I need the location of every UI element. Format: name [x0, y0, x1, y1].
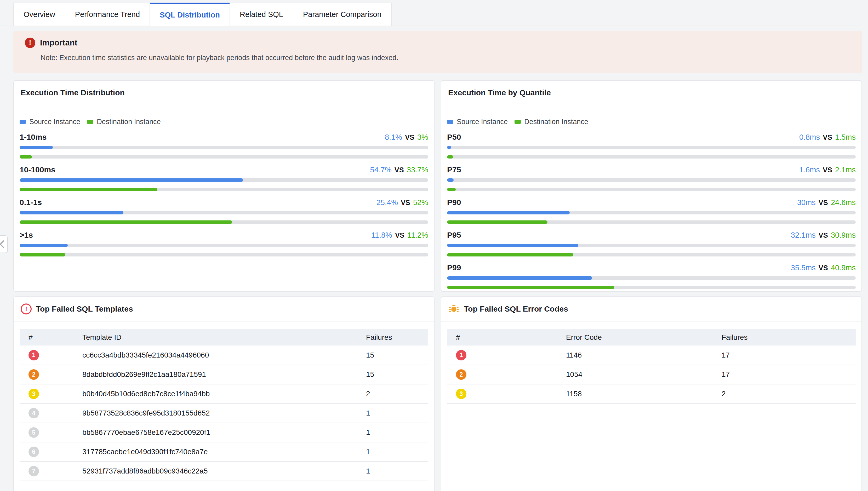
destination-bar-track: [447, 221, 856, 224]
source-bar-track: [447, 276, 856, 280]
error-code-column-header: Error Code: [566, 329, 722, 346]
chart-legend: Source Instance Destination Instance: [20, 118, 428, 126]
source-bar: [447, 244, 578, 247]
source-bar: [447, 146, 451, 149]
table-header-row: # Template ID Failures: [20, 329, 428, 346]
rank-badge: 5: [28, 427, 39, 438]
destination-bar: [20, 221, 232, 224]
chevron-left-icon: [0, 240, 5, 249]
bucket-values: 54.7% VS 33.7%: [370, 166, 429, 174]
destination-bar-track: [447, 188, 856, 191]
quantile-values: 30ms VS 24.6ms: [797, 198, 856, 207]
tab[interactable]: Performance Trend: [65, 3, 150, 26]
table-row[interactable]: 1 1146 17: [447, 346, 856, 365]
source-bar: [447, 276, 592, 280]
failures-column-header: Failures: [722, 329, 856, 346]
rank-badge: 6: [28, 446, 39, 457]
table-row[interactable]: 1 cc6cc3a4bdb33345fe216034a4496060 15: [20, 346, 428, 365]
tab[interactable]: Overview: [13, 3, 65, 26]
execution-time-distribution-panel: Execution Time Distribution Source Insta…: [13, 80, 435, 292]
table-row[interactable]: 6 317785caebe1e049d390f1fc740e8a7e 1: [20, 442, 428, 461]
alert-title: Important: [40, 38, 77, 48]
failures-cell: 1: [366, 404, 428, 423]
top-panels-row: Execution Time Distribution Source Insta…: [13, 80, 862, 292]
bug-icon: [448, 303, 460, 315]
failures-column-header: Failures: [366, 329, 428, 346]
source-value: 11.8%: [371, 231, 392, 239]
destination-bar-track: [20, 221, 428, 224]
error-code-cell: 1054: [566, 365, 722, 384]
quantile-row: P50 0.8ms VS 1.5ms: [447, 132, 856, 158]
bucket-values: 8.1% VS 3%: [385, 133, 428, 142]
source-value: 25.4%: [377, 198, 398, 207]
execution-time-quantile-panel: Execution Time by Quantile Source Instan…: [441, 80, 862, 292]
source-bar: [20, 146, 53, 149]
rank-column-header: #: [20, 329, 82, 346]
destination-value: 40.9ms: [831, 263, 856, 272]
rank-badge: 1: [456, 350, 466, 360]
bucket-label: 10-100ms: [20, 165, 55, 174]
table-row[interactable]: 3 1158 2: [447, 384, 856, 404]
table-row[interactable]: 7 52931f737add8f86adbb09c9346c22a5 1: [20, 461, 428, 481]
tab[interactable]: Related SQL: [229, 3, 293, 26]
table-row[interactable]: 2 1054 17: [447, 365, 856, 384]
error-code-cell: 1158: [566, 384, 722, 404]
source-value: 0.8ms: [799, 133, 820, 142]
source-legend-label: Source Instance: [29, 118, 80, 126]
source-value: 30ms: [797, 198, 816, 207]
destination-bar: [447, 253, 573, 257]
template-id-cell: 8dabdbfdd0b269e9ff2c1aa180a71591: [82, 365, 366, 384]
bucket-values: 25.4% VS 52%: [377, 198, 428, 207]
table-row[interactable]: 5 bb5867770ebae6758e167e25c00920f1 1: [20, 423, 428, 442]
error-circle-icon: !: [21, 304, 32, 314]
failures-cell: 1: [366, 442, 428, 461]
source-bar-track: [20, 178, 428, 182]
table-row[interactable]: 2 8dabdbfdd0b269e9ff2c1aa180a71591 15: [20, 365, 428, 384]
tab-label: Parameter Comparison: [303, 10, 381, 19]
failed-templates-table: # Template ID Failures 1 cc6cc3a4bdb3334…: [20, 329, 428, 481]
destination-bar: [447, 221, 547, 224]
chart-legend: Source Instance Destination Instance: [447, 118, 856, 126]
destination-legend-swatch: [515, 120, 521, 124]
source-value: 8.1%: [385, 133, 402, 142]
tab-label: Overview: [24, 10, 55, 19]
quantile-row: P99 35.5ms VS 40.9ms: [447, 263, 856, 289]
quantile-label: P75: [447, 165, 461, 174]
vs-label: VS: [819, 199, 828, 207]
rank-badge: 4: [28, 408, 39, 418]
table-row[interactable]: 4 9b58773528c836c9fe95d3180155d652 1: [20, 404, 428, 423]
source-bar-track: [447, 244, 856, 247]
vs-label: VS: [395, 166, 404, 174]
top-failed-sql-error-codes-panel: Top Failed SQL Error Codes # Error Code …: [441, 296, 862, 491]
collapse-sidebar-button[interactable]: [0, 235, 8, 253]
destination-value: 33.7%: [407, 166, 428, 174]
source-legend-swatch: [20, 120, 26, 124]
failures-cell: 15: [366, 365, 428, 384]
destination-value: 30.9ms: [831, 231, 856, 239]
vs-label: VS: [819, 264, 828, 272]
vs-label: VS: [405, 134, 414, 142]
tab[interactable]: SQL Distribution: [150, 3, 230, 26]
vs-label: VS: [819, 231, 828, 239]
vs-label: VS: [823, 134, 832, 142]
template-id-cell: 9b58773528c836c9fe95d3180155d652: [82, 404, 366, 423]
quantile-label: P90: [447, 198, 461, 207]
source-value: 32.1ms: [791, 231, 816, 239]
tab-label: Performance Trend: [75, 10, 140, 19]
tab[interactable]: Parameter Comparison: [293, 3, 391, 26]
failed-error-codes-table: # Error Code Failures 1 1146 17 2 1054: [447, 329, 856, 404]
template-id-cell: b0b40d45b10d6ed8eb7c8ce1f4ba94bb: [82, 384, 366, 404]
panel-title: Execution Time Distribution: [21, 88, 125, 97]
destination-value: 3%: [417, 133, 428, 142]
bucket-label: >1s: [20, 231, 33, 239]
destination-bar-track: [20, 253, 428, 257]
destination-value: 1.5ms: [835, 133, 856, 142]
table-row[interactable]: 3 b0b40d45b10d6ed8eb7c8ce1f4ba94bb 2: [20, 384, 428, 404]
destination-bar-track: [447, 286, 856, 289]
quantile-values: 32.1ms VS 30.9ms: [791, 231, 856, 239]
source-bar: [20, 178, 243, 182]
panel-title: Top Failed SQL Templates: [36, 305, 133, 313]
source-bar: [20, 211, 124, 214]
source-value: 54.7%: [370, 166, 391, 174]
source-value: 1.6ms: [799, 166, 820, 174]
